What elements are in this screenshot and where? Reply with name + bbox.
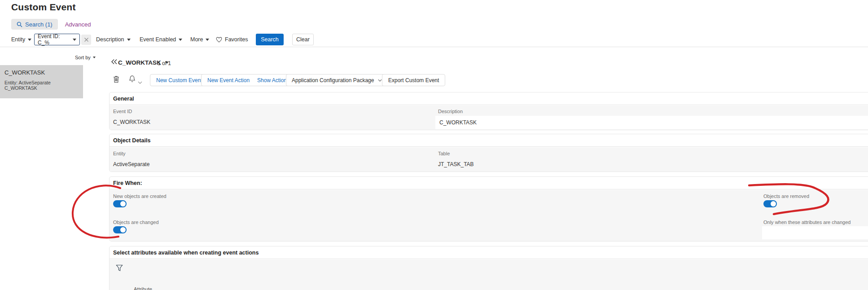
chevron-down-icon: [93, 57, 96, 58]
toggle-new-objects-created[interactable]: [113, 200, 127, 207]
chevron-down-icon: [28, 39, 31, 41]
toggle-label-new-objects-created: New objects are created: [113, 193, 167, 199]
field-value-event-id: C_WORKTASK: [113, 119, 150, 125]
clear-button-label: Clear: [296, 36, 310, 43]
list-item-entity: Entity: ActiveSeparate: [4, 80, 79, 85]
favorites-label: Favorites: [225, 36, 248, 43]
detail-panel: C_WORKTASK 1 of 1 New Custom Event New E…: [103, 47, 868, 290]
sort-by-label: Sort by: [75, 55, 91, 60]
trash-icon: [113, 75, 119, 83]
list-item-title: C_WORKTASK: [4, 69, 79, 76]
notifications-button[interactable]: [129, 75, 136, 84]
application-configuration-package-label: Application Configuration Package: [292, 77, 374, 83]
section-general: General Event ID C_WORKTASK Description …: [109, 92, 868, 130]
filter-description[interactable]: Description: [96, 34, 131, 45]
description-input[interactable]: C_WORKTASK: [435, 116, 868, 129]
list-item-c-worktask[interactable]: C_WORKTASK Entity: ActiveSeparate C_WORK…: [0, 65, 83, 98]
page-title: Custom Event: [11, 2, 76, 13]
close-icon: [84, 37, 89, 42]
only-when-attributes-input[interactable]: [762, 226, 868, 239]
results-sidebar: Sort by C_WORKTASK Entity: ActiveSeparat…: [0, 47, 103, 290]
filter-attributes-button[interactable]: [116, 264, 123, 273]
section-select-attributes: Select attributes available when creatin…: [109, 246, 868, 290]
show-action-button[interactable]: Show Action: [257, 77, 287, 83]
bell-icon: [129, 75, 136, 83]
toggle-knob: [771, 201, 776, 207]
export-custom-event-label: Export Custom Event: [388, 77, 439, 83]
custom-event-page: { "page": { "title": "Custom Event" }, "…: [0, 0, 868, 290]
section-fire-when: Fire When: New objects are created Objec…: [109, 176, 868, 242]
favorites-button[interactable]: Favorites: [216, 34, 248, 45]
field-label-description: Description: [438, 109, 463, 114]
section-select-attributes-body: Attribute: [110, 259, 868, 290]
delete-button[interactable]: [113, 75, 119, 85]
remove-filter-button[interactable]: [81, 35, 91, 45]
heart-icon: [216, 37, 222, 43]
search-icon: [17, 22, 22, 27]
record-position: 1 of 1: [158, 60, 171, 66]
section-general-title: General: [110, 92, 868, 105]
tab-advanced[interactable]: Advanced: [65, 21, 91, 28]
double-chevron-left-icon: [110, 58, 118, 65]
list-item-description: C_WORKTASK: [4, 85, 79, 91]
new-custom-event-label: New Custom Event: [156, 77, 202, 83]
filter-more-label: More: [190, 36, 203, 43]
filter-chip-event-id[interactable]: Event ID: C_%: [34, 34, 80, 45]
toggle-label-objects-changed: Objects are changed: [113, 220, 159, 225]
clear-button[interactable]: Clear: [292, 34, 314, 45]
record-title-label: C_WORKTASK: [118, 59, 161, 66]
chevron-down-icon: [138, 81, 142, 84]
filter-event-enabled-label: Event Enabled: [140, 36, 176, 43]
attributes-column-header: Attribute: [134, 286, 152, 290]
chevron-down-icon: [206, 39, 209, 41]
filter-chip-label: Event ID: C_%: [38, 33, 70, 46]
section-select-attributes-title: Select attributes available when creatin…: [110, 246, 868, 259]
field-value-table: JT_TASK_TAB: [438, 161, 474, 167]
toggle-label-objects-removed: Objects are removed: [763, 193, 809, 199]
field-label-only-when-attributes-changed: Only when these attributes are changed: [763, 220, 850, 225]
search-button-label: Search: [261, 36, 279, 43]
event-action-button-group: New Event Action Show Action: [201, 74, 293, 86]
search-button[interactable]: Search: [256, 34, 284, 45]
field-label-table: Table: [438, 151, 450, 156]
toggle-knob: [120, 201, 126, 207]
search-tabs: Search (1) Advanced: [11, 19, 91, 30]
filter-entity[interactable]: Entity: [11, 34, 31, 45]
application-configuration-package-button[interactable]: Application Configuration Package: [286, 74, 388, 86]
section-object-details-title: Object Details: [110, 134, 868, 147]
section-fire-when-body: New objects are created Objects are chan…: [110, 190, 868, 241]
chevron-down-icon: [73, 39, 76, 41]
field-value-description: C_WORKTASK: [439, 119, 477, 126]
filter-description-label: Description: [96, 36, 124, 43]
toggle-objects-changed[interactable]: [113, 226, 127, 233]
collapse-panel-button[interactable]: [110, 58, 118, 66]
new-event-action-button[interactable]: New Event Action: [207, 77, 250, 83]
export-custom-event-button[interactable]: Export Custom Event: [382, 74, 445, 86]
toggle-objects-removed[interactable]: [763, 200, 777, 207]
filter-funnel-icon: [116, 264, 123, 272]
filter-event-enabled[interactable]: Event Enabled: [140, 34, 182, 45]
tab-search[interactable]: Search (1): [11, 19, 58, 30]
chevron-down-icon: [127, 39, 131, 41]
section-fire-when-title: Fire When:: [110, 177, 868, 189]
section-object-details-body: Entity ActiveSeparate Table JT_TASK_TAB: [110, 147, 868, 171]
field-label-entity: Entity: [113, 151, 126, 156]
toggle-knob: [120, 227, 126, 233]
section-object-details: Object Details Entity ActiveSeparate Tab…: [109, 134, 868, 172]
filter-entity-label: Entity: [11, 36, 25, 43]
notifications-expand-button[interactable]: [138, 78, 142, 86]
new-custom-event-button[interactable]: New Custom Event: [150, 74, 209, 86]
section-general-body: Event ID C_WORKTASK Description C_WORKTA…: [110, 105, 868, 130]
sort-by-dropdown[interactable]: Sort by: [75, 55, 96, 60]
chevron-down-icon: [179, 39, 182, 41]
field-label-event-id: Event ID: [113, 109, 132, 114]
tab-search-label: Search (1): [25, 21, 53, 28]
filter-more[interactable]: More: [190, 34, 209, 45]
field-value-entity: ActiveSeparate: [113, 161, 149, 167]
